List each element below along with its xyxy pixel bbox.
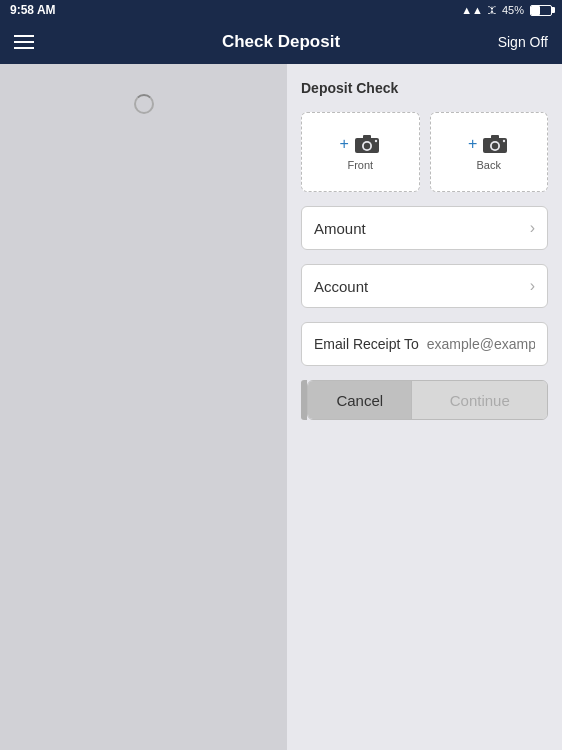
camera-row: + Front + <box>301 112 548 192</box>
account-field[interactable]: Account › <box>301 264 548 308</box>
loading-spinner <box>134 94 154 114</box>
hamburger-menu[interactable] <box>14 35 34 49</box>
bluetooth-icon: ⯰ <box>487 4 498 16</box>
buttons-container: Cancel Continue <box>307 380 548 420</box>
section-title: Deposit Check <box>301 80 548 96</box>
svg-point-7 <box>492 143 498 149</box>
svg-rect-8 <box>491 135 499 139</box>
back-label: Back <box>477 159 501 171</box>
amount-label: Amount <box>314 220 366 237</box>
back-camera-icon-wrap: + <box>468 133 509 155</box>
back-plus-icon: + <box>468 135 477 153</box>
svg-point-2 <box>364 143 370 149</box>
page-title: Check Deposit <box>222 32 340 52</box>
left-panel <box>0 64 287 750</box>
continue-button[interactable]: Continue <box>411 381 547 419</box>
svg-rect-3 <box>363 135 371 139</box>
cancel-button[interactable]: Cancel <box>308 381 411 419</box>
front-camera-button[interactable]: + Front <box>301 112 420 192</box>
status-time: 9:58 AM <box>10 3 56 17</box>
right-panel: Deposit Check + Front + <box>287 64 562 750</box>
front-camera-svg <box>353 133 381 155</box>
amount-field[interactable]: Amount › <box>301 206 548 250</box>
account-label: Account <box>314 278 368 295</box>
wifi-icon: ▲▲ <box>461 4 483 16</box>
nav-bar: Check Deposit Sign Off <box>0 20 562 64</box>
main-layout: Deposit Check + Front + <box>0 64 562 750</box>
status-icons: ▲▲ ⯰ 45% <box>461 4 552 16</box>
sign-off-button[interactable]: Sign Off <box>498 34 548 50</box>
back-camera-svg <box>481 133 509 155</box>
front-label: Front <box>347 159 373 171</box>
svg-point-4 <box>375 140 377 142</box>
back-camera-button[interactable]: + Back <box>430 112 549 192</box>
email-receipt-label: Email Receipt To <box>314 336 419 352</box>
front-camera-icon-wrap: + <box>340 133 381 155</box>
battery-icon: 45% <box>502 4 524 16</box>
action-buttons-row: Cancel Continue <box>301 380 548 420</box>
account-chevron-icon: › <box>530 277 535 295</box>
front-plus-icon: + <box>340 135 349 153</box>
battery-bar <box>530 5 552 16</box>
email-receipt-row: Email Receipt To <box>301 322 548 366</box>
amount-chevron-icon: › <box>530 219 535 237</box>
status-bar: 9:58 AM ▲▲ ⯰ 45% <box>0 0 562 20</box>
svg-point-9 <box>503 140 505 142</box>
email-input[interactable] <box>427 336 535 352</box>
